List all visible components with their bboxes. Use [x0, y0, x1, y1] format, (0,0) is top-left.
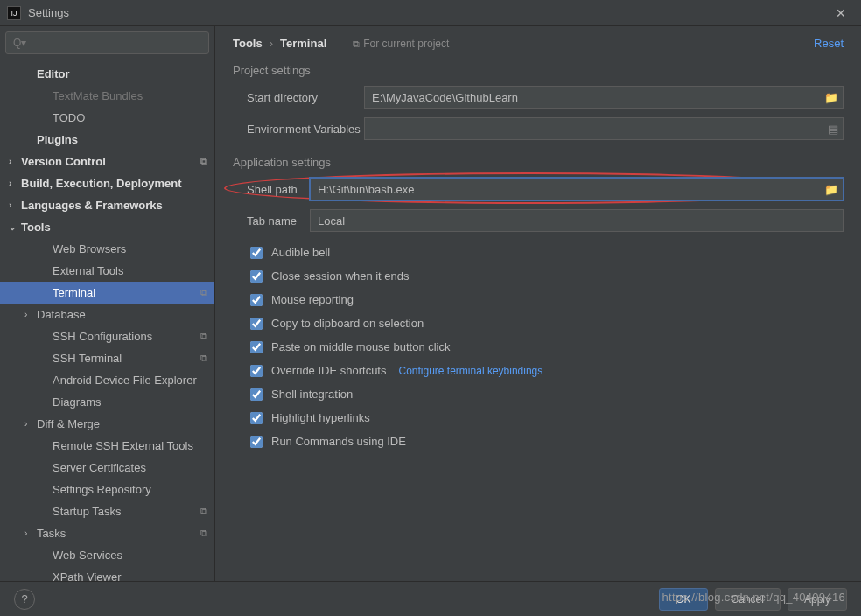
sidebar-item-label: Settings Repository: [52, 483, 151, 496]
sidebar-item-label: Web Services: [52, 549, 122, 562]
sidebar-item-web-services[interactable]: Web Services: [0, 544, 214, 566]
sidebar-item-plugins[interactable]: Plugins: [0, 129, 214, 150]
breadcrumb-root[interactable]: Tools: [233, 37, 262, 50]
search-input[interactable]: [5, 32, 209, 54]
checkbox-shell-integration[interactable]: [250, 388, 262, 401]
checkbox-label: Close session when it ends: [271, 270, 410, 283]
sidebar-item-xpath-viewer[interactable]: XPath Viewer: [0, 566, 214, 581]
checkbox-label: Mouse reporting: [271, 293, 354, 306]
checkbox-copy-to-clipboard-on-selection[interactable]: [250, 318, 262, 330]
sidebar-item-tools[interactable]: ⌄Tools: [0, 216, 214, 238]
checkbox-label: Highlight hyperlinks: [271, 411, 370, 424]
shell-path-label: Shell path: [233, 183, 310, 196]
checkbox-run-commands-using-ide[interactable]: [250, 436, 262, 448]
tab-name-input[interactable]: [310, 209, 844, 232]
sidebar-item-label: Tools: [21, 220, 51, 234]
sidebar-item-diagrams[interactable]: Diagrams: [0, 391, 214, 413]
list-icon[interactable]: ▤: [828, 122, 838, 136]
checkbox-list: Audible bellClose session when it endsMo…: [233, 241, 844, 453]
shell-path-input[interactable]: [310, 178, 844, 200]
sidebar-item-diff-merge[interactable]: ›Diff & Merge: [0, 413, 214, 435]
copy-icon: ⧉: [200, 287, 207, 298]
checkbox-override-ide-shortcuts[interactable]: [250, 365, 262, 377]
checkbox-label: Paste on middle mouse button click: [271, 340, 451, 354]
checkbox-row: Close session when it ends: [233, 264, 844, 288]
sidebar-item-languages-frameworks[interactable]: ›Languages & Frameworks: [0, 194, 214, 216]
sidebar-item-remote-ssh-external-tools[interactable]: Remote SSH External Tools: [0, 435, 214, 457]
checkbox-row: Mouse reporting: [233, 288, 844, 312]
apply-button[interactable]: Apply: [788, 588, 847, 611]
sidebar-item-label: Server Certificates: [52, 461, 146, 474]
env-vars-label: Environment Variables: [233, 122, 364, 136]
sidebar-item-label: XPath Viewer: [52, 570, 122, 581]
help-button[interactable]: ?: [14, 589, 35, 610]
sidebar-item-label: Version Control: [21, 155, 106, 168]
copy-icon: ⧉: [353, 38, 360, 49]
copy-icon: ⧉: [200, 528, 207, 539]
start-directory-label: Start directory: [233, 91, 364, 104]
sidebar-item-label: Languages & Frameworks: [21, 199, 163, 212]
sidebar-item-ssh-configurations[interactable]: SSH Configurations⧉: [0, 326, 214, 347]
copy-icon: ⧉: [200, 506, 207, 517]
checkbox-mouse-reporting[interactable]: [250, 294, 262, 306]
configure-keybindings-link[interactable]: Configure terminal keybindings: [399, 365, 543, 377]
sidebar-item-label: Editor: [37, 67, 70, 80]
sidebar-item-label: Remote SSH External Tools: [52, 439, 193, 452]
settings-tree[interactable]: EditorTextMate BundlesTODOPlugins›Versio…: [0, 60, 214, 581]
cancel-button[interactable]: Cancel: [715, 588, 780, 611]
main-panel: Tools › Terminal ⧉For current project Re…: [215, 26, 861, 581]
sidebar-item-android-device-file-explorer[interactable]: Android Device File Explorer: [0, 369, 214, 391]
env-vars-input[interactable]: [364, 117, 844, 140]
app-settings-title: Application settings: [233, 156, 844, 169]
sidebar-item-label: Plugins: [37, 133, 78, 146]
checkbox-paste-on-middle-mouse-button-click[interactable]: [250, 341, 262, 354]
sidebar-item-tasks[interactable]: ›Tasks⧉: [0, 522, 214, 544]
breadcrumb: Tools › Terminal ⧉For current project Re…: [233, 37, 844, 50]
sidebar-item-todo[interactable]: TODO: [0, 107, 214, 129]
sidebar-item-label: Build, Execution, Deployment: [21, 177, 181, 190]
sidebar-item-label: External Tools: [52, 264, 123, 277]
chevron-icon: ›: [24, 419, 37, 429]
sidebar-item-label: Database: [37, 308, 86, 321]
chevron-icon: ⌄: [9, 222, 21, 232]
sidebar-item-database[interactable]: ›Database: [0, 304, 214, 326]
sidebar-item-label: SSH Terminal: [52, 352, 122, 365]
sidebar-item-label: Web Browsers: [52, 242, 126, 256]
sidebar-item-label: Terminal: [52, 286, 95, 299]
copy-icon: ⧉: [200, 331, 207, 342]
start-directory-input[interactable]: [364, 86, 844, 108]
sidebar-item-settings-repository[interactable]: Settings Repository: [0, 479, 214, 500]
sidebar-item-editor[interactable]: Editor: [0, 63, 214, 85]
sidebar-item-label: Tasks: [37, 527, 66, 540]
checkbox-row: Run Commands using IDE: [233, 430, 844, 453]
folder-icon[interactable]: 📁: [824, 183, 838, 196]
sidebar-item-web-browsers[interactable]: Web Browsers: [0, 238, 214, 260]
sidebar-item-label: Android Device File Explorer: [52, 374, 197, 387]
sidebar: EditorTextMate BundlesTODOPlugins›Versio…: [0, 26, 215, 581]
checkbox-close-session-when-it-ends[interactable]: [250, 270, 262, 283]
reset-link[interactable]: Reset: [814, 37, 844, 50]
sidebar-item-ssh-terminal[interactable]: SSH Terminal⧉: [0, 347, 214, 369]
project-settings-title: Project settings: [233, 64, 844, 77]
ok-button[interactable]: OK: [659, 588, 707, 611]
checkbox-label: Override IDE shortcuts: [271, 364, 387, 377]
copy-icon: ⧉: [200, 353, 207, 364]
sidebar-item-label: Diff & Merge: [37, 417, 100, 430]
titlebar: IJ Settings ✕: [0, 0, 861, 26]
sidebar-item-server-certificates[interactable]: Server Certificates: [0, 457, 214, 479]
sidebar-item-version-control[interactable]: ›Version Control⧉: [0, 150, 214, 172]
sidebar-item-terminal[interactable]: Terminal⧉: [0, 282, 214, 304]
sidebar-item-label: SSH Configurations: [52, 330, 152, 343]
sidebar-item-external-tools[interactable]: External Tools: [0, 260, 214, 282]
sidebar-item-textmate-bundles[interactable]: TextMate Bundles: [0, 85, 214, 107]
sidebar-item-label: TextMate Bundles: [52, 89, 143, 102]
folder-icon[interactable]: 📁: [824, 91, 838, 104]
checkbox-highlight-hyperlinks[interactable]: [250, 412, 262, 424]
sidebar-item-startup-tasks[interactable]: Startup Tasks⧉: [0, 500, 214, 522]
close-icon[interactable]: ✕: [828, 6, 854, 20]
sidebar-item-build-execution-deployment[interactable]: ›Build, Execution, Deployment: [0, 172, 214, 194]
breadcrumb-current: Terminal: [280, 37, 326, 50]
chevron-icon: ›: [24, 310, 37, 319]
checkbox-audible-bell[interactable]: [250, 247, 262, 259]
window-title: Settings: [28, 6, 828, 19]
